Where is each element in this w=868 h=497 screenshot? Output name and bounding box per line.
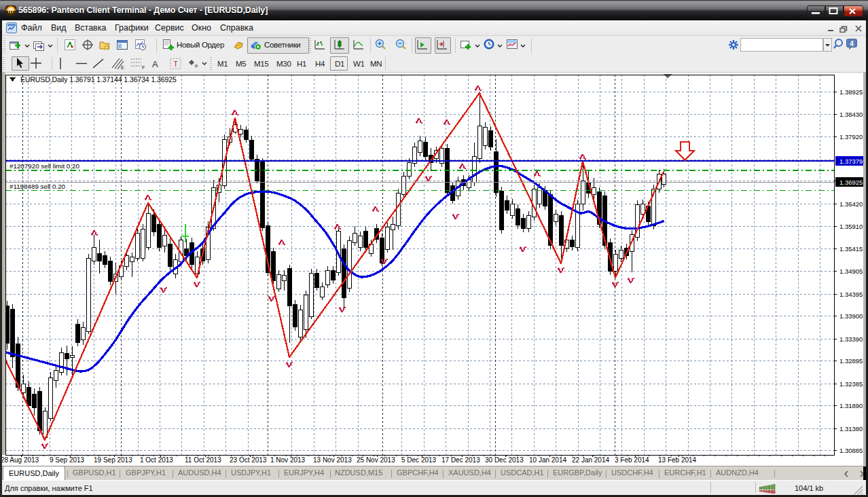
svg-text:1.34395: 1.34395 — [839, 291, 863, 298]
svg-text:25 Nov 2013: 25 Nov 2013 — [357, 456, 395, 464]
svg-text:1.37379: 1.37379 — [839, 158, 863, 165]
svg-text:13 Feb 2014: 13 Feb 2014 — [658, 456, 697, 464]
svg-text:1.37920: 1.37920 — [839, 133, 863, 141]
svg-text:17 Dec 2013: 17 Dec 2013 — [441, 456, 480, 464]
svg-text:30 Dec 2013: 30 Dec 2013 — [485, 456, 524, 464]
svg-text:1.33390: 1.33390 — [839, 335, 863, 343]
svg-text:1 Oct 2013: 1 Oct 2013 — [140, 456, 173, 464]
svg-text:1.35415: 1.35415 — [839, 245, 863, 253]
svg-text:1.32385: 1.32385 — [839, 380, 863, 388]
svg-text:1.36925: 1.36925 — [839, 179, 863, 186]
svg-text:1.31890: 1.31890 — [839, 402, 863, 409]
svg-text:19 Sep 2013: 19 Sep 2013 — [94, 456, 132, 464]
svg-text:EURUSD,Daily 1.36791 1.37144: EURUSD,Daily 1.36791 1.37144 1.36734 1.3… — [20, 75, 177, 84]
svg-text:13 Nov 2013: 13 Nov 2013 — [313, 456, 352, 464]
svg-text:1.30885: 1.30885 — [839, 447, 863, 454]
svg-text:1.35910: 1.35910 — [839, 223, 863, 230]
svg-text:1.31380: 1.31380 — [839, 425, 863, 432]
svg-text:1.32895: 1.32895 — [839, 357, 863, 365]
svg-text:11 Oct 2013: 11 Oct 2013 — [185, 456, 221, 464]
svg-text:3 Feb 2014: 3 Feb 2014 — [615, 456, 649, 464]
svg-text:#1207920 sell limit 0.20: #1207920 sell limit 0.20 — [10, 162, 79, 170]
svg-text:1 Nov 2013: 1 Nov 2013 — [270, 456, 306, 464]
svg-text:1.38430: 1.38430 — [839, 111, 863, 118]
svg-text:1.33900: 1.33900 — [839, 312, 863, 320]
svg-text:1.36420: 1.36420 — [839, 200, 863, 208]
svg-text:1.34905: 1.34905 — [839, 268, 863, 275]
svg-text:#1198489 sell 0.20: #1198489 sell 0.20 — [10, 183, 66, 190]
svg-text:10 Jan 2014: 10 Jan 2014 — [529, 456, 566, 464]
svg-text:23 Oct 2013: 23 Oct 2013 — [230, 456, 267, 464]
svg-text:28 Aug 2013: 28 Aug 2013 — [1, 456, 39, 464]
svg-text:5 Dec 2013: 5 Dec 2013 — [401, 456, 437, 464]
svg-text:9 Sep 2013: 9 Sep 2013 — [50, 456, 85, 464]
svg-text:1.38925: 1.38925 — [839, 88, 863, 96]
svg-text:22 Jan 2014: 22 Jan 2014 — [572, 456, 609, 464]
